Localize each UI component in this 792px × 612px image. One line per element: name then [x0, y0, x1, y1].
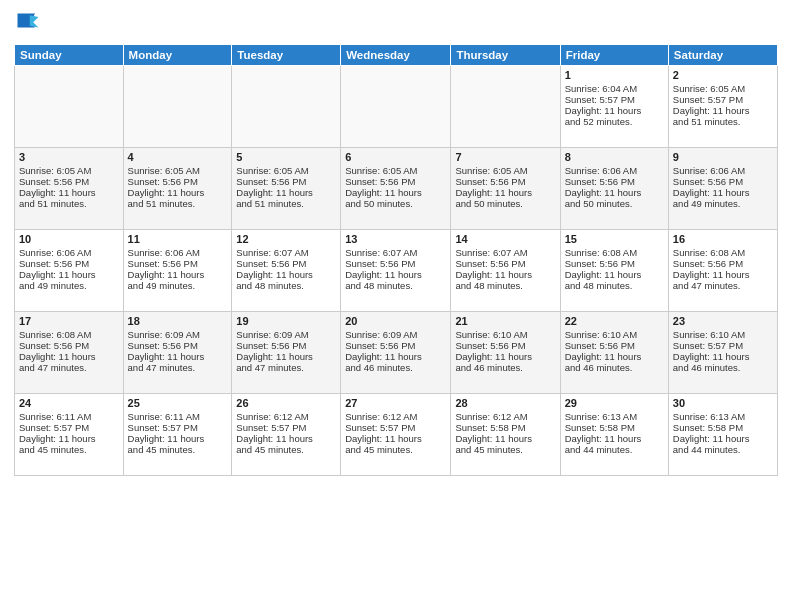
- calendar-cell: 11Sunrise: 6:06 AMSunset: 5:56 PMDayligh…: [123, 230, 232, 312]
- day-info: Sunset: 5:57 PM: [673, 340, 773, 351]
- day-info: Sunrise: 6:12 AM: [455, 411, 555, 422]
- day-info: Daylight: 11 hours: [345, 269, 446, 280]
- weekday-header-tuesday: Tuesday: [232, 45, 341, 66]
- day-info: and 45 minutes.: [345, 444, 446, 455]
- day-info: Sunrise: 6:04 AM: [565, 83, 664, 94]
- day-number: 21: [455, 315, 555, 327]
- day-number: 19: [236, 315, 336, 327]
- day-info: Daylight: 11 hours: [236, 351, 336, 362]
- calendar-cell: 22Sunrise: 6:10 AMSunset: 5:56 PMDayligh…: [560, 312, 668, 394]
- week-row-1: 1Sunrise: 6:04 AMSunset: 5:57 PMDaylight…: [15, 66, 778, 148]
- day-info: Daylight: 11 hours: [565, 187, 664, 198]
- calendar-cell: 7Sunrise: 6:05 AMSunset: 5:56 PMDaylight…: [451, 148, 560, 230]
- day-info: and 50 minutes.: [345, 198, 446, 209]
- day-info: Sunset: 5:56 PM: [128, 176, 228, 187]
- calendar-cell: [232, 66, 341, 148]
- day-info: Sunset: 5:56 PM: [19, 176, 119, 187]
- day-info: Sunset: 5:56 PM: [345, 340, 446, 351]
- day-info: and 46 minutes.: [455, 362, 555, 373]
- calendar-cell: 4Sunrise: 6:05 AMSunset: 5:56 PMDaylight…: [123, 148, 232, 230]
- day-info: and 51 minutes.: [236, 198, 336, 209]
- day-number: 29: [565, 397, 664, 409]
- calendar-cell: 17Sunrise: 6:08 AMSunset: 5:56 PMDayligh…: [15, 312, 124, 394]
- day-info: Sunrise: 6:08 AM: [673, 247, 773, 258]
- weekday-header-wednesday: Wednesday: [341, 45, 451, 66]
- calendar-cell: 24Sunrise: 6:11 AMSunset: 5:57 PMDayligh…: [15, 394, 124, 476]
- day-number: 27: [345, 397, 446, 409]
- day-info: Daylight: 11 hours: [19, 351, 119, 362]
- day-number: 17: [19, 315, 119, 327]
- day-info: Sunrise: 6:08 AM: [19, 329, 119, 340]
- day-info: and 45 minutes.: [455, 444, 555, 455]
- day-info: Sunrise: 6:13 AM: [673, 411, 773, 422]
- day-number: 13: [345, 233, 446, 245]
- day-info: Sunset: 5:56 PM: [565, 258, 664, 269]
- calendar-cell: 26Sunrise: 6:12 AMSunset: 5:57 PMDayligh…: [232, 394, 341, 476]
- day-info: and 45 minutes.: [236, 444, 336, 455]
- week-row-2: 3Sunrise: 6:05 AMSunset: 5:56 PMDaylight…: [15, 148, 778, 230]
- day-number: 9: [673, 151, 773, 163]
- calendar-cell: 13Sunrise: 6:07 AMSunset: 5:56 PMDayligh…: [341, 230, 451, 312]
- day-info: and 49 minutes.: [673, 198, 773, 209]
- day-number: 18: [128, 315, 228, 327]
- calendar-cell: 29Sunrise: 6:13 AMSunset: 5:58 PMDayligh…: [560, 394, 668, 476]
- day-info: Sunrise: 6:12 AM: [345, 411, 446, 422]
- week-row-3: 10Sunrise: 6:06 AMSunset: 5:56 PMDayligh…: [15, 230, 778, 312]
- logo-icon: [14, 10, 42, 38]
- page: SundayMondayTuesdayWednesdayThursdayFrid…: [0, 0, 792, 612]
- day-info: Sunrise: 6:13 AM: [565, 411, 664, 422]
- day-info: and 48 minutes.: [345, 280, 446, 291]
- day-info: Daylight: 11 hours: [673, 105, 773, 116]
- day-number: 7: [455, 151, 555, 163]
- day-info: Sunset: 5:57 PM: [236, 422, 336, 433]
- calendar-cell: 20Sunrise: 6:09 AMSunset: 5:56 PMDayligh…: [341, 312, 451, 394]
- day-info: Sunset: 5:57 PM: [19, 422, 119, 433]
- day-info: Daylight: 11 hours: [455, 269, 555, 280]
- day-info: Sunset: 5:56 PM: [128, 340, 228, 351]
- day-number: 3: [19, 151, 119, 163]
- day-info: Daylight: 11 hours: [345, 187, 446, 198]
- day-info: Daylight: 11 hours: [455, 351, 555, 362]
- day-info: and 47 minutes.: [128, 362, 228, 373]
- day-info: Sunrise: 6:07 AM: [455, 247, 555, 258]
- day-info: Daylight: 11 hours: [19, 187, 119, 198]
- day-number: 25: [128, 397, 228, 409]
- day-number: 20: [345, 315, 446, 327]
- day-number: 6: [345, 151, 446, 163]
- day-info: and 45 minutes.: [128, 444, 228, 455]
- day-info: Sunset: 5:56 PM: [128, 258, 228, 269]
- day-info: Daylight: 11 hours: [128, 187, 228, 198]
- day-info: Sunrise: 6:06 AM: [565, 165, 664, 176]
- weekday-header-monday: Monday: [123, 45, 232, 66]
- weekday-header-thursday: Thursday: [451, 45, 560, 66]
- day-info: Sunrise: 6:10 AM: [673, 329, 773, 340]
- weekday-header-saturday: Saturday: [668, 45, 777, 66]
- day-info: Daylight: 11 hours: [19, 269, 119, 280]
- day-info: Daylight: 11 hours: [565, 351, 664, 362]
- day-info: Daylight: 11 hours: [673, 187, 773, 198]
- day-info: Daylight: 11 hours: [128, 433, 228, 444]
- day-number: 10: [19, 233, 119, 245]
- calendar-cell: 6Sunrise: 6:05 AMSunset: 5:56 PMDaylight…: [341, 148, 451, 230]
- day-info: Sunset: 5:56 PM: [565, 176, 664, 187]
- day-info: Sunset: 5:56 PM: [565, 340, 664, 351]
- day-info: Daylight: 11 hours: [128, 269, 228, 280]
- day-info: Sunrise: 6:05 AM: [19, 165, 119, 176]
- day-info: and 48 minutes.: [236, 280, 336, 291]
- day-info: Sunrise: 6:12 AM: [236, 411, 336, 422]
- day-info: and 47 minutes.: [673, 280, 773, 291]
- day-info: Sunrise: 6:05 AM: [236, 165, 336, 176]
- weekday-header-row: SundayMondayTuesdayWednesdayThursdayFrid…: [15, 45, 778, 66]
- calendar-cell: 3Sunrise: 6:05 AMSunset: 5:56 PMDaylight…: [15, 148, 124, 230]
- calendar-cell: 18Sunrise: 6:09 AMSunset: 5:56 PMDayligh…: [123, 312, 232, 394]
- calendar: SundayMondayTuesdayWednesdayThursdayFrid…: [14, 44, 778, 476]
- day-info: Sunset: 5:56 PM: [455, 340, 555, 351]
- calendar-cell: 19Sunrise: 6:09 AMSunset: 5:56 PMDayligh…: [232, 312, 341, 394]
- day-info: and 50 minutes.: [455, 198, 555, 209]
- day-info: and 51 minutes.: [128, 198, 228, 209]
- day-info: Sunrise: 6:09 AM: [345, 329, 446, 340]
- day-info: Daylight: 11 hours: [455, 187, 555, 198]
- day-number: 2: [673, 69, 773, 81]
- calendar-cell: [15, 66, 124, 148]
- day-info: Daylight: 11 hours: [236, 269, 336, 280]
